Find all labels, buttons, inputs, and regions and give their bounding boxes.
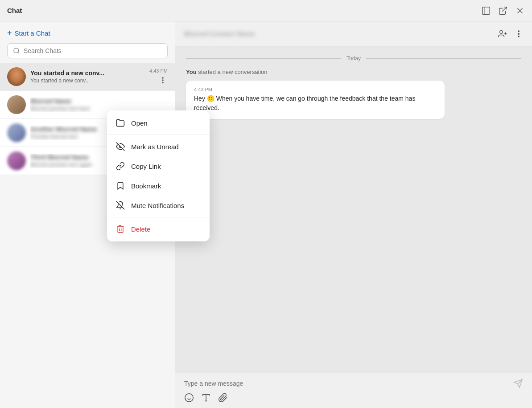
context-menu-mute-label: Mute Notifications bbox=[131, 202, 184, 209]
svg-point-8 bbox=[162, 80, 163, 81]
start-chat-button[interactable]: + Start a Chat bbox=[7, 29, 50, 38]
chat-main: Blurred Contact Name Today bbox=[175, 21, 532, 408]
svg-point-17 bbox=[518, 30, 520, 32]
date-divider-line bbox=[366, 58, 521, 59]
close-icon[interactable] bbox=[515, 6, 525, 16]
svg-point-19 bbox=[518, 36, 520, 37]
svg-point-9 bbox=[162, 82, 163, 83]
chat-contact-name: Blurred Contact Name bbox=[184, 30, 255, 37]
svg-line-6 bbox=[18, 52, 19, 53]
emoji-button[interactable] bbox=[184, 393, 194, 403]
system-message: You started a new conversation bbox=[186, 69, 521, 75]
avatar bbox=[7, 151, 26, 170]
sidebar-toggle-icon[interactable] bbox=[481, 6, 491, 16]
sidebar-header: + Start a Chat bbox=[0, 21, 175, 63]
message-bubble: 4:43 PM Hey 🙂 When you have time, we can… bbox=[186, 81, 445, 119]
sidebar: + Start a Chat You started a new conv... bbox=[0, 21, 175, 408]
avatar bbox=[7, 95, 26, 114]
main-layout: + Start a Chat You started a new conv... bbox=[0, 21, 532, 408]
popout-icon[interactable] bbox=[498, 6, 508, 16]
bell-off-icon bbox=[116, 201, 125, 210]
context-menu-copy-link-label: Copy Link bbox=[131, 163, 161, 170]
start-chat-label: Start a Chat bbox=[15, 29, 50, 37]
svg-point-18 bbox=[518, 33, 520, 34]
app-title: Chat bbox=[7, 7, 22, 14]
attach-icon bbox=[218, 393, 228, 403]
plus-icon: + bbox=[7, 29, 12, 38]
chat-name: Blurred Name bbox=[30, 98, 163, 105]
message-time: 4:43 PM bbox=[194, 87, 437, 92]
message-text: Hey 🙂 When you have time, we can go thro… bbox=[194, 94, 437, 113]
search-icon bbox=[13, 47, 20, 54]
svg-point-22 bbox=[185, 394, 193, 402]
svg-point-5 bbox=[14, 48, 19, 53]
send-icon bbox=[513, 379, 523, 388]
system-message-you: You bbox=[186, 69, 197, 75]
title-bar: Chat bbox=[0, 0, 532, 21]
context-menu-mark-unread[interactable]: Mark as Unread bbox=[107, 137, 210, 156]
message-input-row bbox=[184, 379, 523, 388]
title-bar-actions bbox=[481, 6, 525, 16]
text-format-button[interactable] bbox=[201, 393, 211, 403]
svg-rect-0 bbox=[483, 7, 490, 14]
folder-open-icon bbox=[116, 118, 125, 127]
message-input-area bbox=[175, 373, 532, 408]
context-menu-mute[interactable]: Mute Notifications bbox=[107, 196, 210, 215]
svg-point-14 bbox=[500, 30, 503, 33]
date-divider-text: Today bbox=[346, 55, 361, 61]
chat-preview: You started a new conv... bbox=[30, 78, 145, 84]
chat-name: You started a new conv... bbox=[30, 69, 145, 77]
context-menu-delete[interactable]: Delete bbox=[107, 219, 210, 239]
svg-point-7 bbox=[162, 78, 163, 78]
chat-main-header: Blurred Contact Name bbox=[175, 21, 532, 46]
svg-line-11 bbox=[116, 201, 124, 209]
emoji-icon bbox=[184, 393, 194, 403]
context-menu-open-label: Open bbox=[131, 119, 148, 127]
date-divider-line bbox=[186, 58, 341, 59]
messages-area: Today You started a new conversation 4:4… bbox=[175, 46, 532, 373]
bookmark-icon bbox=[116, 181, 125, 190]
link-icon bbox=[116, 162, 125, 171]
attach-button[interactable] bbox=[218, 393, 228, 403]
title-bar-left: Chat bbox=[7, 7, 22, 14]
more-options-icon[interactable] bbox=[514, 29, 523, 38]
context-menu-delete-label: Delete bbox=[131, 225, 150, 233]
chat-time: 4:43 PM bbox=[149, 68, 168, 73]
context-menu-bookmark[interactable]: Bookmark bbox=[107, 176, 210, 196]
date-divider: Today bbox=[186, 55, 521, 61]
avatar bbox=[7, 67, 26, 86]
chat-meta: 4:43 PM bbox=[149, 68, 168, 85]
chat-info: You started a new conv... You started a … bbox=[30, 69, 145, 84]
chat-more-button[interactable] bbox=[158, 75, 168, 85]
add-person-icon[interactable] bbox=[498, 29, 507, 38]
chat-item[interactable]: You started a new conv... You started a … bbox=[0, 63, 175, 91]
avatar bbox=[7, 123, 26, 142]
trash-icon bbox=[116, 224, 125, 233]
more-icon bbox=[159, 76, 167, 84]
context-menu-mark-unread-label: Mark as Unread bbox=[131, 143, 179, 151]
eye-off-icon bbox=[116, 142, 125, 151]
chat-info: Blurred Name Blurred preview text here bbox=[30, 98, 163, 112]
message-input[interactable] bbox=[184, 380, 509, 387]
context-menu-bookmark-label: Bookmark bbox=[131, 182, 161, 190]
context-menu-copy-link[interactable]: Copy Link bbox=[107, 156, 210, 176]
input-toolbar bbox=[184, 393, 523, 403]
system-message-text: started a new conversation bbox=[198, 69, 267, 75]
text-format-icon bbox=[201, 393, 211, 403]
menu-divider bbox=[107, 135, 210, 135]
context-menu-open[interactable]: Open bbox=[107, 113, 210, 133]
svg-line-2 bbox=[502, 7, 507, 11]
menu-divider bbox=[107, 217, 210, 217]
send-button[interactable] bbox=[513, 379, 523, 388]
search-box bbox=[7, 43, 168, 58]
chat-main-actions bbox=[498, 29, 523, 38]
search-input[interactable] bbox=[24, 47, 162, 54]
context-menu: Open Mark as Unread bbox=[107, 110, 210, 241]
